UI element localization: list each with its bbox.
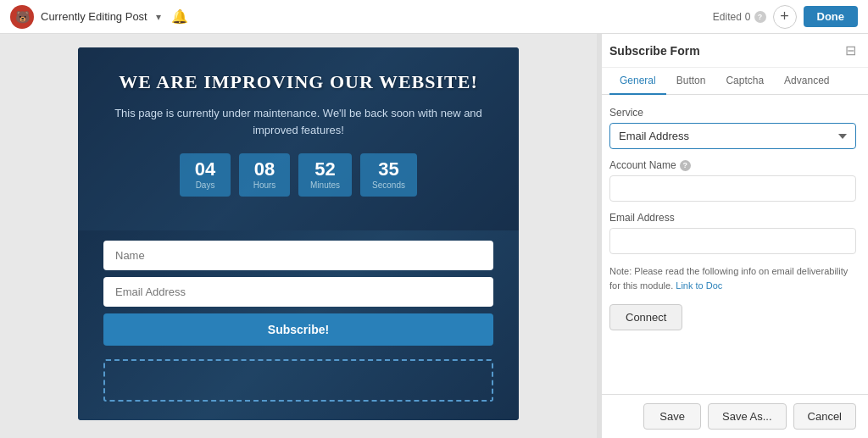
service-label: Service [609,107,856,119]
hero-title: We Are Improving Our Website! [112,71,485,93]
subscribe-button[interactable]: Subscribe! [103,313,493,346]
seconds-number: 35 [372,160,405,179]
form-section: Subscribe! [78,230,519,420]
connect-button[interactable]: Connect [609,304,682,330]
main-area: We Are Improving Our Website! This page … [0,34,868,438]
countdown-minutes: 52 Minutes [298,153,352,197]
right-panel-wrapper: Subscribe Form ⊟ General Button Captcha … [597,34,868,438]
hero-section: We Are Improving Our Website! This page … [78,47,519,230]
save-as-button[interactable]: Save As... [708,403,787,430]
account-name-input[interactable] [609,175,856,202]
bell-icon[interactable]: 🔔 [171,8,188,25]
add-button[interactable]: + [773,5,797,29]
minutes-label: Minutes [310,180,340,190]
account-help-icon[interactable]: ? [680,160,691,171]
hours-number: 08 [251,160,278,179]
account-name-label: Account Name ? [609,159,856,171]
minutes-number: 52 [310,160,340,179]
help-icon[interactable]: ? [754,11,766,23]
tab-general[interactable]: General [609,68,666,95]
done-button[interactable]: Done [804,6,859,27]
seconds-label: Seconds [372,180,405,190]
panel-tabs: General Button Captcha Advanced [598,68,868,95]
chevron-down-icon[interactable]: ▾ [156,11,161,23]
panel-header: Subscribe Form ⊟ [598,34,868,68]
panel-footer: Save Save As... Cancel [598,394,868,438]
hero-subtitle: This page is currently under maintenance… [112,105,485,138]
days-number: 04 [192,160,219,179]
days-label: Days [192,180,219,190]
app-logo: 🐻 [10,5,34,29]
countdown-hours: 08 Hours [239,153,290,197]
drop-zone [103,359,493,402]
countdown-seconds: 35 Seconds [360,153,417,197]
minimize-icon[interactable]: ⊟ [845,42,856,67]
page-preview: We Are Improving Our Website! This page … [78,47,519,420]
hours-label: Hours [251,180,278,190]
tab-captcha[interactable]: Captcha [715,68,774,95]
panel-body: Service Email Address Mailchimp SendGrid… [598,95,868,394]
cancel-button[interactable]: Cancel [793,403,856,430]
email-input-preview[interactable] [103,277,493,307]
panel-title: Subscribe Form [609,44,700,66]
topbar: 🐻 Currently Editing Post ▾ 🔔 Edited 0 ? … [0,0,868,34]
countdown-days: 04 Days [180,153,231,197]
countdown: 04 Days 08 Hours 52 Minutes 35 [112,153,485,197]
right-panel: Subscribe Form ⊟ General Button Captcha … [597,34,868,438]
edited-status: Edited 0 ? [713,11,766,23]
tab-advanced[interactable]: Advanced [774,68,839,95]
canvas-area: We Are Improving Our Website! This page … [0,34,597,438]
name-input-preview[interactable] [103,241,493,270]
panel-resize-handle[interactable] [597,34,602,438]
email-address-label: Email Address [609,212,856,224]
topbar-title: Currently Editing Post [41,10,147,23]
email-address-input[interactable] [609,228,856,254]
service-select[interactable]: Email Address Mailchimp SendGrid AWeber [609,123,856,149]
tab-button[interactable]: Button [666,68,716,95]
note-link[interactable]: Link to Doc [676,280,722,291]
note-text: Note: Please read the following info on … [609,264,856,292]
save-button[interactable]: Save [643,403,701,430]
